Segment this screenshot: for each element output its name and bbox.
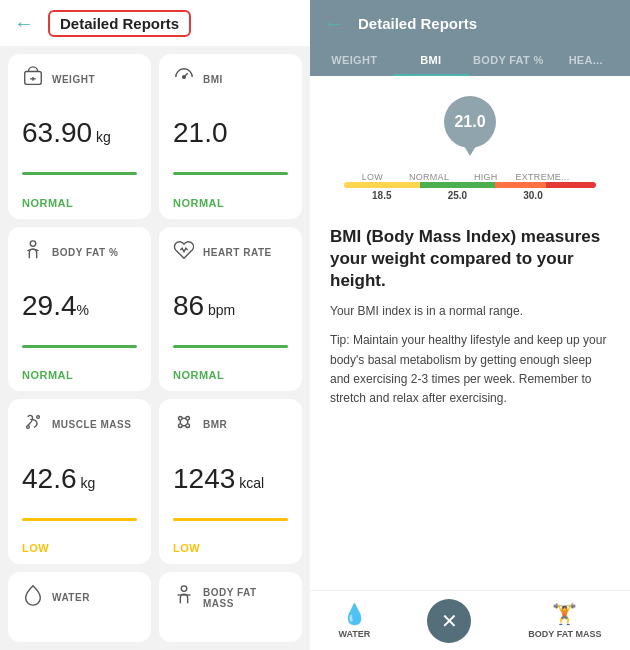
body fat mass-icon: [173, 584, 195, 611]
metric-status: NORMAL: [173, 197, 288, 209]
metric-card-bmr[interactable]: BMR 1243 kcal LOW: [159, 399, 302, 564]
svg-point-8: [179, 417, 183, 421]
svg-point-10: [179, 424, 183, 428]
metric-card-weight[interactable]: WEIGHT 63.90 kg NORMAL: [8, 54, 151, 219]
svg-point-4: [183, 76, 186, 79]
metric-label: BMR: [203, 419, 227, 430]
metric-bar: [22, 172, 137, 175]
svg-point-5: [30, 240, 36, 246]
bottom-tab-bar: 💧 WATER ✕ 🏋 BODY FAT MASS: [310, 590, 630, 650]
gauge-label: HIGH: [457, 172, 514, 182]
tab-hea...[interactable]: HEA...: [547, 46, 624, 76]
heart rate-icon: [173, 239, 195, 266]
metric-status: NORMAL: [22, 369, 137, 381]
tab-weight[interactable]: WEIGHT: [316, 46, 393, 76]
partial-metric-label: WATER: [52, 592, 90, 603]
bmr-icon: [173, 411, 195, 438]
metric-header: BMR: [173, 411, 288, 438]
gauge-value: 25.0: [448, 190, 467, 201]
gauge-label: NORMAL: [401, 172, 458, 182]
metric-value: 42.6 kg: [22, 464, 137, 495]
bmi-title: BMI (Body Mass Index) measures your weig…: [330, 226, 610, 292]
metric-card-heart-rate[interactable]: HEART RATE 86 bpm NORMAL: [159, 227, 302, 392]
metric-status: LOW: [22, 542, 137, 554]
tab-body-fat-%[interactable]: BODY FAT %: [469, 46, 547, 76]
bmi-icon: [173, 66, 195, 93]
metric-card-body-fat-%[interactable]: BODY FAT % 29.4% NORMAL: [8, 227, 151, 392]
metric-label: BMI: [203, 74, 223, 85]
metric-label: MUSCLE MASS: [52, 419, 131, 430]
close-icon: ✕: [441, 609, 458, 633]
close-button[interactable]: ✕: [427, 599, 471, 643]
metric-bar: [173, 345, 288, 348]
metric-bar: [22, 345, 137, 348]
metrics-grid: WEIGHT 63.90 kg NORMAL BMI 21.0 NORMAL B…: [0, 46, 310, 572]
right-title: Detailed Reports: [358, 15, 477, 32]
metric-value: 21.0: [173, 118, 288, 149]
partial-metric-water[interactable]: WATER: [8, 572, 151, 642]
bottom-tab-body-fat-mass[interactable]: 🏋 BODY FAT MASS: [528, 602, 601, 639]
bmi-gauge-section: 21.0 LOWNORMALHIGHEXTREME... 18.525.030.…: [310, 76, 630, 216]
left-panel: ← Detailed Reports WEIGHT 63.90 kg NORMA…: [0, 0, 310, 650]
metric-bar: [173, 172, 288, 175]
metric-label: HEART RATE: [203, 247, 272, 258]
metric-label: BODY FAT %: [52, 247, 118, 258]
metric-header: BMI: [173, 66, 288, 93]
metric-value: 1243 kcal: [173, 464, 288, 495]
svg-point-7: [27, 426, 30, 429]
svg-point-9: [186, 417, 190, 421]
metric-value: 86 bpm: [173, 291, 288, 322]
body-fat-mass-icon: 🏋: [552, 602, 577, 626]
bmi-description: BMI (Body Mass Index) measures your weig…: [310, 216, 630, 428]
gauge-labels: LOWNORMALHIGHEXTREME...: [344, 172, 571, 182]
partial-metric-body-fat-mass[interactable]: BODY FAT MASS: [159, 572, 302, 642]
detail-card: 21.0 LOWNORMALHIGHEXTREME... 18.525.030.…: [310, 76, 630, 650]
gauge-label: EXTREME...: [514, 172, 571, 182]
weight-icon: [22, 66, 44, 93]
metric-value: 29.4%: [22, 291, 137, 322]
svg-point-16: [181, 586, 187, 592]
bmi-tip-text: Tip: Maintain your healthy lifestyle and…: [330, 331, 610, 408]
gauge-value: 30.0: [523, 190, 542, 201]
partial-metric-header: WATER: [22, 584, 90, 611]
metric-status: NORMAL: [173, 369, 288, 381]
partial-metric-header: BODY FAT MASS: [173, 584, 288, 611]
svg-point-11: [186, 424, 190, 428]
metric-bar: [173, 518, 288, 521]
right-header: ← Detailed Reports: [310, 0, 630, 46]
water-icon: [22, 584, 44, 611]
metric-header: HEART RATE: [173, 239, 288, 266]
metric-header: BODY FAT %: [22, 239, 137, 266]
metric-label: WEIGHT: [52, 74, 95, 85]
water-icon: 💧: [342, 602, 367, 626]
bmi-normal-text: Your BMI index is in a normal range.: [330, 302, 610, 321]
metric-status: LOW: [173, 542, 288, 554]
gauge-label: LOW: [344, 172, 401, 182]
gauge-container: 21.0 LOWNORMALHIGHEXTREME... 18.525.030.…: [330, 96, 610, 206]
metric-header: WEIGHT: [22, 66, 137, 93]
metric-value: 63.90 kg: [22, 118, 137, 149]
bottom-tab-water[interactable]: 💧 WATER: [338, 602, 370, 639]
partial-metric-label: BODY FAT MASS: [203, 587, 288, 609]
water-label: WATER: [338, 629, 370, 639]
gauge-bar: [344, 182, 596, 188]
gauge-value: 18.5: [372, 190, 391, 201]
back-arrow-left[interactable]: ←: [14, 12, 34, 35]
body-fat-mass-label: BODY FAT MASS: [528, 629, 601, 639]
left-title: Detailed Reports: [48, 10, 191, 37]
muscle mass-icon: [22, 411, 44, 438]
tab-bar: WEIGHTBMIBODY FAT %HEA...: [310, 46, 630, 76]
tab-bmi[interactable]: BMI: [393, 46, 470, 76]
back-arrow-right[interactable]: ←: [324, 12, 344, 35]
left-header: ← Detailed Reports: [0, 0, 310, 46]
metric-card-muscle-mass[interactable]: MUSCLE MASS 42.6 kg LOW: [8, 399, 151, 564]
metric-header: MUSCLE MASS: [22, 411, 137, 438]
metric-bar: [22, 518, 137, 521]
svg-point-6: [37, 416, 40, 419]
metric-card-bmi[interactable]: BMI 21.0 NORMAL: [159, 54, 302, 219]
gauge-bar-container: LOWNORMALHIGHEXTREME... 18.525.030.0: [344, 168, 596, 201]
body fat %-icon: [22, 239, 44, 266]
gauge-values: 18.525.030.0: [344, 190, 571, 201]
right-panel: ← Detailed Reports WEIGHTBMIBODY FAT %HE…: [310, 0, 630, 650]
partial-metrics-row: WATER BODY FAT MASS: [0, 572, 310, 650]
